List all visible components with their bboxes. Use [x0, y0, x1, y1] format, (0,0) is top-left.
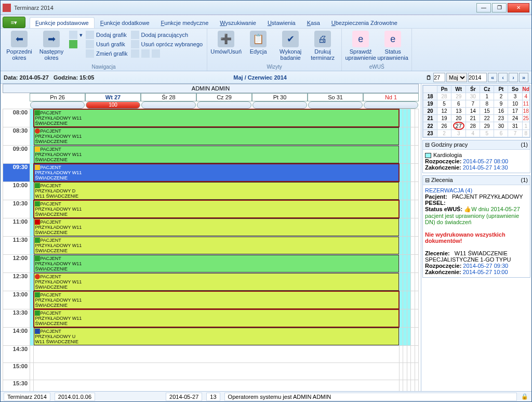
grid-cell[interactable]	[403, 127, 407, 146]
tab-wyszukiwanie[interactable]: Wyszukiwanie	[214, 17, 262, 28]
grid-cell[interactable]	[399, 200, 403, 218]
day-header[interactable]: Cz 29	[196, 93, 252, 101]
icon-row[interactable]	[131, 49, 203, 58]
year-input[interactable]	[468, 73, 487, 82]
grid-cell[interactable]	[30, 127, 34, 146]
appointment[interactable]: PACJENTPRZYKŁADOWY W11ŚWIADCZENIE	[34, 200, 399, 218]
grid-cell[interactable]	[411, 109, 415, 127]
grid-cell[interactable]	[411, 291, 415, 309]
day-header[interactable]: Pn 26	[30, 93, 85, 101]
grid-cell[interactable]	[407, 363, 410, 380]
edit-visit-button[interactable]: 📋Edycja	[244, 31, 273, 55]
grid-cell[interactable]	[407, 380, 410, 392]
next-period-button[interactable]: ➡Następny okres	[37, 31, 66, 61]
mini-cal-day[interactable]: 2	[494, 93, 508, 100]
grid-cell[interactable]	[403, 237, 407, 255]
day-header[interactable]: Pt 30	[252, 93, 308, 101]
mini-cal-day[interactable]: 27	[451, 122, 466, 130]
grid-cell[interactable]	[399, 346, 403, 363]
grid-cell[interactable]	[403, 109, 407, 127]
grid-cell[interactable]: PACJENTPRZYKŁADOWY DW11 ŚWIADCZENIE	[34, 182, 400, 200]
mini-cal-day[interactable]: 28	[466, 122, 480, 130]
grid-cell[interactable]	[403, 200, 407, 218]
grid-cell[interactable]	[34, 363, 400, 380]
appointment[interactable]: PACJENTPRZYKŁADOWY W11ŚWIADCZENIE	[34, 164, 399, 181]
grid-cell[interactable]	[415, 182, 418, 200]
tab-ustawienia[interactable]: Ustawienia	[262, 17, 301, 28]
grid-cell[interactable]	[407, 146, 410, 164]
grid-cell[interactable]	[415, 164, 418, 182]
grid-cell[interactable]	[415, 237, 418, 255]
grid-cell[interactable]	[415, 127, 418, 146]
mini-cal-day[interactable]: 12	[437, 108, 451, 115]
mini-cal-day[interactable]: 23	[494, 115, 508, 122]
grid-cell[interactable]	[411, 200, 415, 218]
grid-cell[interactable]	[399, 328, 403, 346]
mini-cal-day[interactable]: 16	[494, 108, 508, 115]
grid-cell[interactable]	[407, 109, 410, 127]
grid-cell[interactable]: PACJENTPRZYKŁADOWY W11ŚWIADCZENIE	[34, 164, 400, 182]
appointment[interactable]: PACJENTPRZYKŁADOWY W11ŚWIADCZENIE	[34, 255, 399, 273]
appointment[interactable]: PACJENTPRZYKŁADOWY W11ŚWIADCZENIE	[34, 218, 399, 236]
tab-kasa[interactable]: Kasa	[301, 17, 326, 28]
grid-cell[interactable]	[407, 255, 410, 273]
mini-cal-day[interactable]: 15	[480, 108, 494, 115]
grid-cell[interactable]	[399, 237, 403, 255]
appointment[interactable]: PACJENTPRZYKŁADOWY W11ŚWIADCZENIE	[34, 273, 399, 291]
grid-cell[interactable]	[407, 164, 410, 182]
prev-period-button[interactable]: ⬅Poprzedni okres	[5, 31, 34, 61]
mini-cal-day[interactable]: 30	[466, 93, 480, 100]
minimize-button[interactable]: —	[476, 3, 491, 12]
tab-funkcje-podstawowe[interactable]: Funkcje podstawowe	[30, 17, 95, 28]
mini-cal-day[interactable]: 7	[508, 130, 522, 137]
close-button[interactable]: ✕	[508, 3, 529, 12]
day-header[interactable]: Śr 28	[141, 93, 196, 101]
grid-cell[interactable]	[403, 328, 407, 346]
maximize-button[interactable]: ❐	[492, 3, 507, 12]
grid-cell[interactable]	[407, 309, 410, 328]
grid-cell[interactable]	[399, 363, 403, 380]
grid-cell[interactable]	[407, 237, 410, 255]
time-grid[interactable]: 08:00PACJENTPRZYKŁADOWY W11ŚWIADCZENIE08…	[3, 109, 419, 391]
grid-cell[interactable]	[411, 309, 415, 328]
grid-cell[interactable]	[30, 380, 34, 392]
mini-cal-day[interactable]: 28	[437, 93, 451, 100]
mini-cal-day[interactable]: 5	[480, 130, 494, 137]
month-select[interactable]: Maj	[446, 73, 467, 82]
grid-cell[interactable]	[399, 309, 403, 328]
mini-cal-day[interactable]: 31	[508, 122, 522, 130]
mini-cal-day[interactable]: 24	[508, 115, 522, 122]
grid-cell[interactable]	[415, 380, 418, 392]
grid-cell[interactable]	[399, 127, 403, 146]
grid-cell[interactable]	[411, 164, 415, 182]
perform-exam-button[interactable]: ✔Wykonaj badanie	[276, 31, 305, 61]
grid-cell[interactable]	[411, 127, 415, 146]
grid-cell[interactable]	[30, 146, 34, 164]
grid-cell[interactable]	[30, 255, 34, 273]
mini-cal-day[interactable]: 8	[522, 130, 529, 137]
grid-cell[interactable]	[415, 218, 418, 237]
lock-icon[interactable]: 🔒	[521, 393, 528, 400]
nav-prev-button[interactable]: ‹	[498, 73, 508, 82]
grid-cell[interactable]	[30, 328, 34, 346]
mini-cal-day[interactable]: 9	[494, 100, 508, 108]
grid-cell[interactable]	[407, 127, 410, 146]
grid-cell[interactable]	[411, 182, 415, 200]
mini-cal-day[interactable]: 29	[451, 93, 466, 100]
grid-cell[interactable]: PACJENTPRZYKŁADOWY W11ŚWIADCZENIE	[34, 237, 400, 255]
tab-ubezpieczenia-zdrowotne[interactable]: Ubezpieczenia Zdrowotne	[326, 17, 403, 28]
grid-cell[interactable]	[407, 291, 410, 309]
note-icon[interactable]: 🗒	[426, 74, 432, 81]
mini-cal-day[interactable]: 19	[437, 115, 451, 122]
mini-cal-day[interactable]: 14	[466, 108, 480, 115]
grid-cell[interactable]	[415, 363, 418, 380]
appointment[interactable]: PACJENTPRZYKŁADOWY DW11 ŚWIADCZENIE	[34, 182, 399, 200]
appointment[interactable]: PACJENTPRZYKŁADOWY UW11 ŚWIADCZENIE	[34, 328, 399, 345]
appointment[interactable]: PACJENTPRZYKŁADOWY W11ŚWIADCZENIE	[34, 109, 399, 127]
grid-cell[interactable]	[403, 346, 407, 363]
book-remove-button[interactable]: ➕Umów/Usuń	[211, 31, 241, 55]
grid-cell[interactable]: PACJENTPRZYKŁADOWY W11ŚWIADCZENIE	[34, 127, 400, 146]
mini-cal-day[interactable]: 22	[480, 115, 494, 122]
grid-cell[interactable]	[34, 380, 400, 392]
grid-cell[interactable]	[411, 273, 415, 291]
